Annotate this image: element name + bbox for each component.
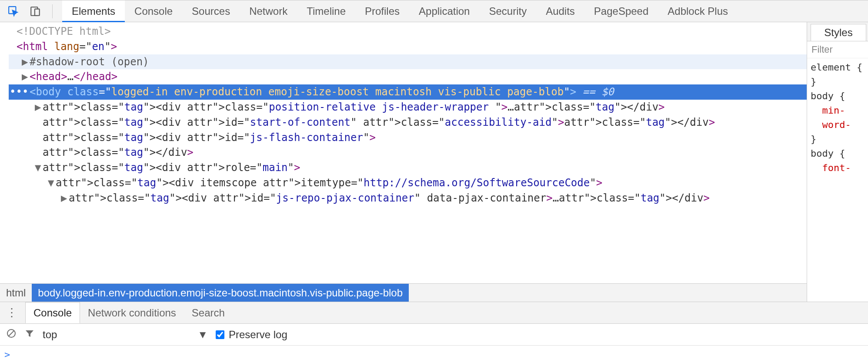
chevron-down-icon: ▼ (197, 329, 208, 341)
console-prompt[interactable]: > (4, 349, 10, 360)
dom-node[interactable]: ▼attr">class="tag"><div attr">role="main… (9, 160, 807, 175)
dom-node[interactable]: ▶#shadow-root (open) (9, 54, 807, 70)
dom-node[interactable]: <html lang="en"> (9, 39, 807, 54)
inspect-element-icon[interactable] (6, 4, 21, 19)
preserve-log-checkbox[interactable]: Preserve log (216, 329, 287, 341)
tab-elements[interactable]: Elements (62, 0, 125, 22)
dom-node[interactable]: <!DOCTYPE html> (9, 24, 807, 39)
main-tabs: ElementsConsoleSourcesNetworkTimelinePro… (62, 0, 738, 22)
tab-network[interactable]: Network (240, 0, 297, 22)
dom-node[interactable]: ▼attr">class="tag"><div itemscope attr">… (9, 175, 807, 191)
expander-icon[interactable]: ▶ (35, 100, 43, 115)
tab-application[interactable]: Application (409, 0, 479, 22)
drawer-menu-icon[interactable]: ⋮ (6, 306, 17, 319)
breadcrumb: htmlbody.logged-in.env-production.emoji-… (0, 283, 807, 302)
console-drawer: ⋮ ConsoleNetwork conditionsSearch top ▼ … (0, 302, 868, 363)
preserve-log-label: Preserve log (229, 329, 287, 341)
drawer-tabs: ⋮ ConsoleNetwork conditionsSearch (0, 302, 868, 324)
expander-icon[interactable]: ▶ (22, 69, 30, 84)
svg-line-4 (9, 331, 14, 336)
breadcrumb-item[interactable]: html (0, 284, 32, 302)
dom-node[interactable]: attr">class="tag"><div attr">id="start-o… (9, 115, 807, 130)
tab-timeline[interactable]: Timeline (297, 0, 355, 22)
tab-security[interactable]: Security (479, 0, 536, 22)
styles-filter-input[interactable]: Filter (807, 41, 868, 58)
dom-tree[interactable]: <!DOCTYPE html><html lang="en">▶#shadow-… (0, 22, 807, 283)
console-toolbar: top ▼ Preserve log (0, 324, 868, 346)
dom-node[interactable]: attr">class="tag"></div> (9, 145, 807, 160)
styles-tab[interactable]: Styles (811, 24, 866, 41)
toolbar-separator (52, 4, 53, 18)
tab-profiles[interactable]: Profiles (355, 0, 409, 22)
drawer-tab-console[interactable]: Console (25, 302, 80, 323)
drawer-tab-search[interactable]: Search (184, 302, 233, 323)
styles-rules[interactable]: element {}body { min- word-}body { font- (807, 58, 868, 302)
dom-node-selected[interactable]: •••▼<body class="logged-in env-productio… (9, 84, 807, 100)
filter-icon[interactable] (24, 328, 35, 341)
tab-pagespeed[interactable]: PageSpeed (584, 0, 658, 22)
device-toggle-icon[interactable] (28, 4, 43, 19)
breadcrumb-item[interactable]: body.logged-in.env-production.emoji-size… (32, 284, 409, 302)
devtools-toolbar: ElementsConsoleSourcesNetworkTimelinePro… (0, 0, 868, 22)
dom-node[interactable]: ▶attr">class="tag"><div attr">class="pos… (9, 100, 807, 115)
tab-sources[interactable]: Sources (182, 0, 240, 22)
tab-audits[interactable]: Audits (536, 0, 584, 22)
context-selector[interactable]: top ▼ (43, 329, 208, 341)
expander-icon[interactable]: ▼ (48, 175, 56, 191)
tab-adblock-plus[interactable]: Adblock Plus (658, 0, 738, 22)
dom-node[interactable]: ▶attr">class="tag"><div attr">id="js-rep… (9, 191, 807, 206)
clear-console-icon[interactable] (6, 328, 17, 341)
context-label: top (43, 329, 57, 341)
tab-console[interactable]: Console (125, 0, 182, 22)
dom-node[interactable]: attr">class="tag"><div attr">id="js-flas… (9, 130, 807, 145)
expander-icon[interactable]: ▶ (22, 54, 30, 70)
styles-sidebar: Styles Filter element {}body { min- word… (807, 22, 868, 302)
svg-rect-2 (35, 9, 40, 15)
expander-icon[interactable]: ▼ (35, 160, 43, 175)
expander-icon[interactable]: ▶ (61, 191, 69, 206)
dom-node[interactable]: ▶<head>…</head> (9, 69, 807, 84)
drawer-tab-network-conditions[interactable]: Network conditions (80, 302, 184, 323)
